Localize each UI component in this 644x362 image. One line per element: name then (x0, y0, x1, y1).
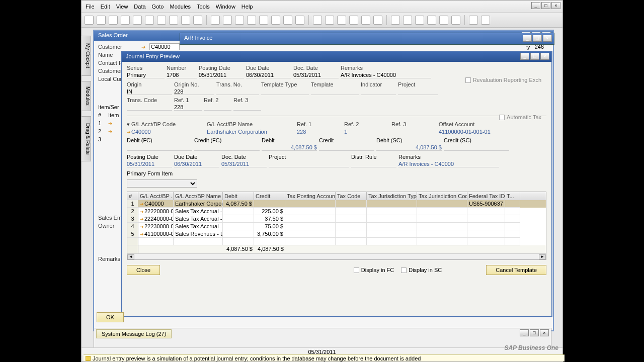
checkbox-icon[interactable] (465, 77, 471, 83)
so-customer-input[interactable] (149, 43, 180, 50)
val-number[interactable]: 1708 (167, 72, 197, 78)
toolbar-icon[interactable] (373, 16, 382, 25)
syslog-close-button[interactable]: × (540, 329, 549, 336)
je-minimize-button[interactable]: _ (520, 53, 529, 60)
table-row[interactable]: 4 ➔22230000-01- Sales Tax Accrual - Co 7… (127, 223, 546, 230)
link-arrow-icon[interactable]: ➔ (108, 129, 113, 134)
menu-help[interactable]: Help (242, 4, 253, 10)
app-close-button[interactable]: × (551, 2, 560, 9)
table-row[interactable]: 2 ➔22220000-01- Sales Tax Accrual - Sta … (127, 208, 546, 215)
val-ref1[interactable]: 228 (174, 104, 202, 111)
scroll-right-icon[interactable]: ► (539, 254, 546, 259)
toolbar-icon[interactable] (313, 16, 322, 25)
link-arrow-icon[interactable]: ➔ (140, 224, 144, 229)
checkbox-icon[interactable] (499, 115, 505, 120)
toolbar-icon[interactable] (415, 16, 424, 25)
link-arrow-icon[interactable]: ➔ (108, 121, 113, 126)
val-docdate[interactable]: 05/31/2011 (293, 72, 339, 78)
help-icon[interactable] (451, 16, 460, 25)
side-tab-drag-relate[interactable]: Drag & Relate (81, 116, 91, 161)
val-debitsc[interactable]: 4,087.50 $ (376, 144, 442, 151)
link-arrow-icon[interactable]: ➔ (140, 209, 144, 214)
val-d-project[interactable] (269, 161, 349, 167)
je-maximize-button[interactable]: □ (530, 53, 539, 60)
menu-view[interactable]: View (116, 4, 128, 10)
print-preview-icon[interactable] (109, 16, 118, 25)
val-templatetype[interactable] (261, 88, 309, 95)
nav-first-icon[interactable] (211, 16, 220, 25)
nav-last-icon[interactable] (247, 16, 256, 25)
val-credit[interactable] (319, 144, 374, 151)
chk-auto-tax[interactable]: Automatic Tax (499, 114, 541, 120)
ok-button[interactable]: OK (97, 312, 124, 322)
syslog-tab[interactable]: System Message Log (27) (96, 329, 172, 338)
menu-data[interactable]: Data (134, 4, 145, 10)
excel-icon[interactable] (145, 16, 154, 25)
find-icon[interactable] (403, 16, 412, 25)
chk-display-sc[interactable]: Display in SC (401, 267, 442, 273)
col-debit[interactable]: Debit (223, 192, 254, 200)
toolbar-icon[interactable] (157, 16, 166, 25)
val-originno[interactable]: 228 (174, 88, 214, 95)
table-row[interactable]: 5 ➔41100000-01- Sales Revenues - Dom 3,7… (127, 230, 546, 238)
val-debitfc[interactable] (127, 144, 192, 151)
val-ref2[interactable] (204, 104, 231, 111)
col-taxjurcode[interactable]: Tax Jurisdiction Code (417, 192, 467, 200)
val-project[interactable] (398, 88, 438, 95)
table-row[interactable]: 3 ➔22240000-01- Sales Tax Accrual - Cit … (127, 215, 546, 223)
val-glcode[interactable]: ➔C40000 (127, 129, 205, 135)
val-d-ref2[interactable]: 1 (344, 129, 389, 135)
col-glname[interactable]: G/L Acct/BP Name (174, 192, 223, 200)
ar-maximize-button[interactable]: □ (533, 35, 542, 42)
je-close-button[interactable]: × (540, 53, 549, 60)
ar-close-button[interactable]: × (543, 35, 552, 42)
toolbar-icon[interactable] (133, 16, 142, 25)
col-taxcode[interactable]: Tax Code (336, 192, 367, 200)
table-row[interactable]: 1 ➔C40000 Earthshaker Corporati 4,087.50… (127, 200, 546, 208)
print-icon[interactable] (97, 16, 106, 25)
val-d-docdate[interactable]: 05/31/2011 (221, 161, 267, 167)
link-arrow-icon[interactable]: ➔ (140, 217, 144, 222)
val-debit[interactable]: 4,087.50 $ (262, 144, 317, 151)
val-glname[interactable]: Earthshaker Corporation (207, 129, 295, 135)
app-maximize-button[interactable]: □ (541, 2, 550, 9)
val-creditsc[interactable] (444, 144, 509, 151)
cancel-template-button[interactable]: Cancel Template (486, 265, 546, 275)
close-button[interactable]: Close (127, 265, 160, 275)
table-row[interactable] (127, 238, 546, 245)
nav-prev-icon[interactable] (223, 16, 232, 25)
link-arrow-icon[interactable]: ➔ (127, 130, 131, 135)
menu-edit[interactable]: Edit (101, 4, 110, 10)
col-glcode[interactable]: G/L Acct/BP ... (138, 192, 174, 200)
col-num[interactable]: # (127, 192, 138, 200)
menu-window[interactable]: Window (216, 4, 235, 10)
val-d-ref3[interactable] (391, 129, 437, 135)
chk-reval-reporting[interactable]: Revaluation Reporting Exch (465, 77, 541, 83)
toolbar-icon[interactable] (271, 16, 280, 25)
menu-file[interactable]: File (86, 4, 95, 10)
val-distr[interactable] (351, 161, 396, 167)
val-transno[interactable] (216, 88, 259, 95)
link-arrow-icon[interactable]: ➔ (140, 232, 144, 237)
col-credit[interactable]: Credit (254, 192, 285, 200)
ar-invoice-window[interactable]: A/R Invoice _ □ × (180, 33, 554, 45)
menu-modules[interactable]: Modules (170, 4, 191, 10)
syslog-minimize-button[interactable]: _ (520, 329, 529, 336)
toolbar-icon[interactable] (295, 16, 304, 25)
side-tab-cockpit[interactable]: My Cockpit (81, 36, 91, 76)
val-d-ref1[interactable]: 228 (297, 129, 342, 135)
link-arrow-icon[interactable]: ➔ (140, 202, 144, 207)
val-origin[interactable]: IN (127, 88, 172, 95)
val-creditfc[interactable] (194, 144, 260, 151)
val-transcode[interactable] (127, 104, 172, 111)
toolbar-icon[interactable] (481, 16, 490, 25)
val-d-remarks[interactable]: A/R Invoices - C40000 (398, 161, 499, 167)
horizontal-scrollbar[interactable]: ◄ ► (127, 253, 546, 259)
filter-icon[interactable] (283, 16, 292, 25)
val-d-postdate[interactable]: 05/31/2011 (127, 161, 172, 167)
toolbar-icon[interactable] (259, 16, 268, 25)
menu-tools[interactable]: Tools (197, 4, 210, 10)
lock-icon[interactable] (193, 16, 202, 25)
je-titlebar[interactable]: Journal Entry Preview _ □ × (122, 52, 551, 62)
ar-minimize-button[interactable]: _ (523, 35, 532, 42)
